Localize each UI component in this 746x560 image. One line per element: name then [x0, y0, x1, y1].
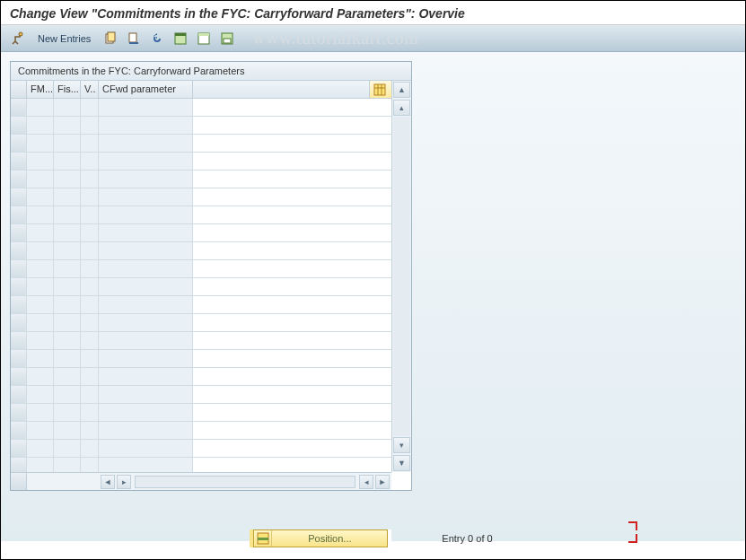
table-row[interactable] [11, 171, 391, 188]
table-row[interactable] [11, 117, 391, 135]
row-selector[interactable] [11, 188, 27, 206]
cell-fm[interactable] [27, 117, 54, 134]
print-button[interactable] [217, 29, 237, 48]
hscroll-track[interactable] [135, 476, 355, 488]
table-row[interactable] [11, 386, 391, 404]
col-fm[interactable]: FM... [27, 81, 54, 98]
cell-cfwd[interactable] [99, 117, 193, 134]
table-row[interactable] [11, 224, 391, 242]
row-selector[interactable] [11, 296, 27, 313]
cell-v[interactable] [81, 135, 99, 152]
row-selector[interactable] [11, 278, 27, 295]
row-selector[interactable] [11, 422, 27, 439]
cell-fm[interactable] [27, 296, 54, 313]
cell-v[interactable] [81, 332, 99, 349]
cell-fiscal[interactable] [54, 99, 81, 116]
cell-v[interactable] [81, 171, 99, 188]
configure-columns-button[interactable] [370, 81, 391, 98]
cell-cfwd[interactable] [99, 332, 193, 349]
col-v[interactable]: V.. [81, 81, 99, 98]
row-selector[interactable] [11, 368, 27, 385]
copy-button[interactable] [101, 29, 120, 48]
cell-fiscal[interactable] [54, 224, 81, 241]
cell-v[interactable] [81, 153, 99, 170]
scroll-up-small-button[interactable]: ▴ [393, 100, 410, 116]
cell-v[interactable] [81, 188, 99, 206]
cell-v[interactable] [81, 117, 99, 134]
row-selector[interactable] [11, 171, 27, 188]
cell-fm[interactable] [27, 260, 54, 277]
cell-cfwd[interactable] [99, 386, 193, 403]
cell-cfwd[interactable] [99, 278, 193, 295]
cell-v[interactable] [81, 278, 99, 295]
cell-fiscal[interactable] [54, 188, 81, 206]
scroll-right-button[interactable]: ◂ [359, 475, 373, 489]
cell-cfwd[interactable] [99, 368, 193, 385]
cell-fiscal[interactable] [54, 242, 81, 259]
cell-fm[interactable] [27, 440, 54, 457]
col-fiscal[interactable]: Fis... [54, 81, 81, 98]
table-row[interactable] [11, 99, 391, 117]
cell-fiscal[interactable] [54, 171, 81, 188]
cell-fm[interactable] [27, 422, 54, 439]
cell-v[interactable] [81, 296, 99, 313]
new-entries-button[interactable]: New Entries [31, 29, 97, 48]
cell-fiscal[interactable] [54, 350, 81, 367]
cell-fm[interactable] [27, 242, 54, 259]
row-selector[interactable] [11, 458, 27, 472]
row-selector[interactable] [11, 117, 27, 134]
cell-v[interactable] [81, 350, 99, 367]
row-selector[interactable] [11, 332, 27, 349]
table-row[interactable] [11, 153, 391, 171]
row-selector[interactable] [11, 314, 27, 331]
cell-fiscal[interactable] [54, 368, 81, 385]
cell-fiscal[interactable] [54, 332, 81, 349]
cell-cfwd[interactable] [99, 242, 193, 259]
cell-fiscal[interactable] [54, 260, 81, 277]
position-button[interactable]: Position... [253, 529, 388, 547]
cell-fiscal[interactable] [54, 440, 81, 457]
cell-v[interactable] [81, 368, 99, 385]
cell-fm[interactable] [27, 99, 54, 116]
cell-fm[interactable] [27, 458, 54, 472]
cell-fm[interactable] [27, 224, 54, 241]
cell-fm[interactable] [27, 188, 54, 206]
cell-fm[interactable] [27, 332, 54, 349]
cell-fm[interactable] [27, 206, 54, 223]
col-cfwd[interactable]: CFwd parameter [99, 81, 193, 98]
cell-cfwd[interactable] [99, 99, 193, 116]
scroll-last-button[interactable]: ► [375, 475, 390, 489]
cell-cfwd[interactable] [99, 296, 193, 313]
cell-fiscal[interactable] [54, 458, 81, 472]
table-row[interactable] [11, 332, 391, 350]
row-selector[interactable] [11, 99, 27, 116]
delete-button[interactable] [124, 29, 144, 48]
cell-fm[interactable] [27, 171, 54, 188]
row-selector[interactable] [11, 404, 27, 421]
cell-v[interactable] [81, 404, 99, 421]
undo-button[interactable] [147, 29, 167, 48]
table-row[interactable] [11, 404, 391, 422]
row-selector[interactable] [11, 386, 27, 403]
table-row[interactable] [11, 350, 391, 368]
cell-fiscal[interactable] [54, 314, 81, 331]
cell-v[interactable] [81, 260, 99, 277]
row-selector[interactable] [11, 440, 27, 457]
row-selector[interactable] [11, 260, 27, 277]
cell-cfwd[interactable] [99, 350, 193, 367]
cell-cfwd[interactable] [99, 171, 193, 188]
scroll-first-button[interactable]: ◄ [101, 475, 115, 489]
select-all-button[interactable] [171, 29, 190, 48]
cell-fiscal[interactable] [54, 153, 81, 170]
cell-v[interactable] [81, 314, 99, 331]
table-row[interactable] [11, 135, 391, 153]
cell-fm[interactable] [27, 386, 54, 403]
cell-cfwd[interactable] [99, 422, 193, 439]
cell-fm[interactable] [27, 153, 54, 170]
table-row[interactable] [11, 368, 391, 386]
row-selector[interactable] [11, 135, 27, 152]
scroll-down-small-button[interactable]: ▾ [393, 437, 410, 453]
cell-cfwd[interactable] [99, 188, 193, 206]
cell-fm[interactable] [27, 404, 54, 421]
cell-cfwd[interactable] [99, 260, 193, 277]
